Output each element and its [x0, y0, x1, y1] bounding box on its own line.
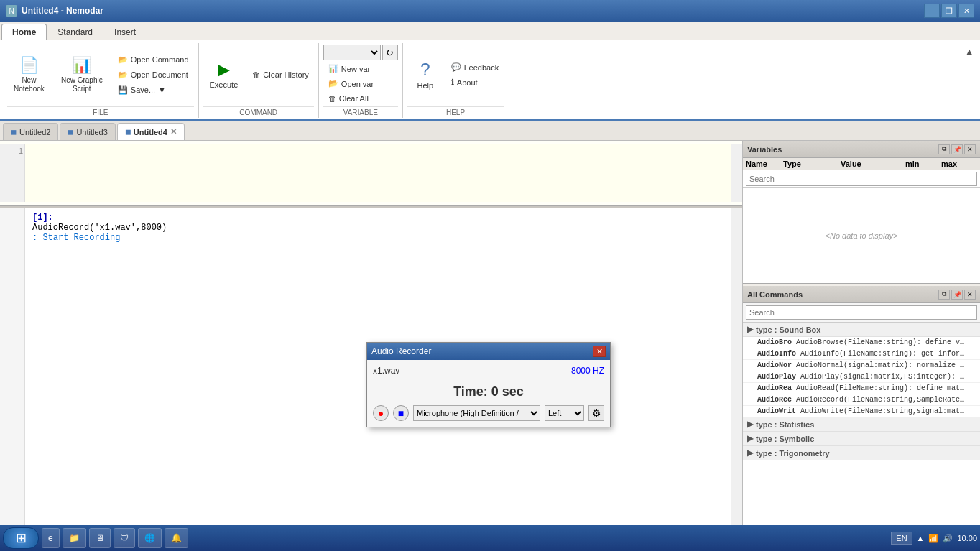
all-commands-panel-pin[interactable]: 📌	[951, 290, 963, 300]
cmd-audioplay[interactable]: AudioPlay AudioPlay(signal:matrix,FS:int…	[743, 371, 980, 383]
new-var-icon: 📊	[328, 64, 338, 73]
all-commands-panel-close[interactable]: ✕	[964, 290, 976, 300]
clear-all-icon: 🗑	[328, 94, 336, 103]
execute-icon: ▶	[218, 60, 230, 79]
microphone-select[interactable]: Microphone (High Definition /	[413, 405, 540, 421]
clear-history-button[interactable]: 🗑 Clear History	[247, 68, 314, 81]
line-numbers-top: 1	[0, 144, 25, 202]
close-tab-untitled4[interactable]: ✕	[170, 127, 177, 136]
language-button[interactable]: EN	[891, 532, 912, 545]
save-icon: 💾	[118, 85, 128, 95]
taskbar-explorer[interactable]: 📁	[63, 528, 86, 548]
doc-tab-untitled3[interactable]: ◼ Untitled3	[60, 123, 115, 140]
audio-recorder-body: x1.wav 8000 HZ Time: 0 sec ● ■ Microphon…	[367, 360, 610, 427]
taskbar-web[interactable]: 🌐	[138, 528, 162, 548]
cmd-audioinfo[interactable]: AudioInfo AudioInfo(FileName:string): ge…	[743, 348, 980, 360]
doc-tab-untitled2[interactable]: ◼ Untitled2	[3, 123, 58, 140]
variables-panel-header: Variables ⧉ 📌 ✕	[743, 141, 980, 158]
commands-search-area	[743, 303, 980, 323]
cmd-group-soundbox-chevron: ▶	[747, 325, 753, 334]
help-button[interactable]: ? Help	[407, 53, 443, 96]
variable-refresh-button[interactable]: ↻	[382, 45, 398, 60]
cmd-group-symbolic-chevron: ▶	[747, 434, 753, 443]
channel-select[interactable]: Left	[545, 405, 584, 421]
cmd-group-soundbox[interactable]: ▶ type : Sound Box	[743, 323, 980, 337]
open-command-button[interactable]: 📂 Open Command	[113, 53, 194, 67]
about-icon: ℹ	[451, 78, 454, 87]
close-button[interactable]: ✕	[958, 4, 974, 18]
clear-all-button[interactable]: 🗑 Clear All	[323, 92, 374, 105]
all-commands-panel-restore[interactable]: ⧉	[938, 290, 950, 300]
new-notebook-button[interactable]: 📄 New Notebook	[7, 53, 51, 96]
audio-recorder-title: Audio Recorder	[371, 346, 431, 356]
cmd-group-symbolic[interactable]: ▶ type : Symbolic	[743, 432, 980, 446]
taskbar-time: 10:00	[957, 534, 977, 542]
clear-history-icon: 🗑	[252, 70, 260, 79]
tab-icon-untitled2: ◼	[11, 128, 17, 136]
variables-search-input[interactable]	[746, 172, 977, 186]
new-var-button[interactable]: 📊 New var	[323, 62, 375, 75]
variables-panel-pin[interactable]: 📌	[951, 144, 963, 154]
cmd-group-statistics[interactable]: ▶ type : Statistics	[743, 417, 980, 432]
tab-insert[interactable]: Insert	[103, 24, 147, 40]
audio-recorder-frequency: 8000 HZ	[571, 366, 604, 376]
variables-table-header: Name Type Value min max	[743, 158, 980, 170]
command-group-label: COMMAND	[203, 106, 314, 116]
start-button[interactable]: ⊞	[3, 527, 39, 549]
audio-recorder-close-button[interactable]: ✕	[593, 346, 606, 357]
cmd-audiowrite[interactable]: AudioWrit AudioWrite(FileName:string,sig…	[743, 406, 980, 417]
cmd-audionormal[interactable]: AudioNor AudioNormal(signal:matrix): nor…	[743, 360, 980, 371]
doc-tab-untitled4[interactable]: ◼ Untitled4 ✕	[117, 123, 185, 140]
open-document-icon: 📂	[118, 70, 128, 80]
open-var-icon: 📂	[328, 79, 338, 88]
taskbar-monitor[interactable]: 🖥	[89, 528, 111, 548]
about-button[interactable]: ℹ About	[446, 75, 504, 89]
variable-dropdown[interactable]	[323, 45, 381, 60]
feedback-button[interactable]: 💬 Feedback	[446, 60, 504, 74]
audio-settings-button[interactable]: ⚙	[588, 405, 604, 421]
execute-button[interactable]: ▶ Execute	[203, 53, 245, 96]
cmd-audioread[interactable]: AudioRea AudioRead(FileName:string): def…	[743, 383, 980, 394]
commands-search-input[interactable]	[746, 305, 977, 320]
audio-recorder-time: Time: 0 sec	[373, 384, 604, 399]
open-document-button[interactable]: 📂 Open Document	[113, 68, 194, 82]
open-var-button[interactable]: 📂 Open var	[323, 77, 379, 91]
tab-icon-untitled4: ◼	[125, 128, 131, 136]
ribbon-body: 📄 New Notebook 📊 New Graphic Script 📂 Op…	[0, 40, 980, 121]
ribbon-collapse-button[interactable]: ▲	[964, 46, 974, 57]
audio-recorder-dialog: Audio Recorder ✕ x1.wav 8000 HZ Time: 0 …	[366, 342, 611, 427]
stop-button[interactable]: ■	[393, 405, 409, 421]
app-icon: N	[6, 5, 17, 17]
tab-home[interactable]: Home	[1, 24, 47, 40]
commands-list: ▶ type : Sound Box AudioBro AudioBrowse(…	[743, 323, 980, 548]
variables-empty-message: <No data to display>	[743, 188, 980, 283]
taskbar-extra[interactable]: 🔔	[165, 528, 188, 548]
restore-button[interactable]: ❒	[941, 4, 957, 18]
new-graphic-script-button[interactable]: 📊 New Graphic Script	[54, 53, 110, 96]
variables-panel-close[interactable]: ✕	[964, 144, 976, 154]
variable-group-label: VARIABLE	[323, 106, 398, 116]
minimize-button[interactable]: ─	[924, 4, 940, 18]
all-commands-panel: All Commands ⧉ 📌 ✕ ▶ type : Sound Box Au…	[743, 286, 980, 551]
ribbon-group-file: 📄 New Notebook 📊 New Graphic Script 📂 Op…	[3, 43, 199, 118]
editor-input-area[interactable]	[25, 144, 731, 202]
doc-tab-bar: ◼ Untitled2 ◼ Untitled3 ◼ Untitled4 ✕	[0, 121, 980, 141]
variables-panel-restore[interactable]: ⧉	[938, 144, 950, 154]
save-button[interactable]: 💾 Save... ▼	[113, 83, 194, 97]
taskbar-arrow-up: ▲	[917, 534, 925, 542]
editor-scrollbar-bottom[interactable]	[731, 208, 742, 551]
ribbon-tab-bar: Home Standard Insert	[0, 22, 980, 40]
cmd-audiorecord[interactable]: AudioRec AudioRecord(FileName:string,Sam…	[743, 394, 980, 406]
taskbar: ⊞ e 📁 🖥 🛡 🌐 🔔 EN ▲ 📶 🔊 10:00	[0, 525, 980, 551]
record-button[interactable]: ●	[373, 405, 389, 421]
taskbar-ie[interactable]: e	[42, 528, 60, 548]
editor-scrollbar-top[interactable]	[731, 144, 742, 202]
cmd-audiobrowse[interactable]: AudioBro AudioBrowse(FileName:string): d…	[743, 337, 980, 348]
output-link-line[interactable]: : Start Recording	[32, 233, 724, 243]
taskbar-shield[interactable]: 🛡	[114, 528, 135, 548]
new-graphic-script-icon: 📊	[72, 56, 91, 75]
tab-standard[interactable]: Standard	[47, 24, 103, 40]
new-notebook-icon: 📄	[19, 56, 39, 75]
cmd-group-trigonometry[interactable]: ▶ type : Trigonometry	[743, 446, 980, 460]
cmd-group-statistics-chevron: ▶	[747, 420, 753, 429]
